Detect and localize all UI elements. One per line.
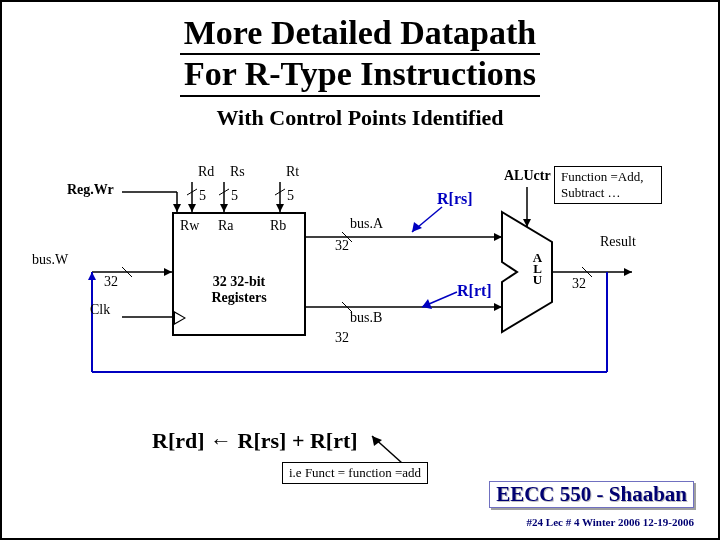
- title-block: More Detailed Datapath For R-Type Instru…: [2, 2, 718, 97]
- busa-label: bus.A: [350, 216, 383, 232]
- busb-label: bus.B: [350, 310, 382, 326]
- clock-triangle-icon: [174, 311, 186, 325]
- svg-marker-20: [494, 303, 502, 311]
- ra-label: Ra: [218, 218, 234, 234]
- rrs-label: R[rs]: [437, 190, 473, 208]
- five-rd: 5: [199, 188, 206, 204]
- rd-label: Rd: [198, 164, 214, 180]
- datapath-diagram: Reg.Wr Rd Rs Rt 5 5 5 Rw Ra Rb 32 32-bit…: [62, 172, 662, 432]
- regfile-text: 32 32-bit Registers: [174, 274, 304, 306]
- aluctr-label: ALUctr: [504, 168, 551, 184]
- rt-label: Rt: [286, 164, 299, 180]
- svg-marker-31: [88, 272, 96, 280]
- svg-marker-1: [188, 204, 196, 212]
- five-rt: 5: [287, 188, 294, 204]
- busa-32: 32: [335, 238, 349, 254]
- title-line2: For R-Type Instructions: [180, 55, 540, 96]
- result-32: 32: [572, 276, 586, 292]
- title-line1: More Detailed Datapath: [180, 14, 541, 55]
- rb-label: Rb: [270, 218, 286, 234]
- svg-marker-5: [276, 204, 284, 212]
- slide: More Detailed Datapath For R-Type Instru…: [0, 0, 720, 540]
- aluctr-note: Function =Add, Subtract …: [554, 166, 662, 204]
- equation: R[rd] ← R[rs] + R[rt]: [152, 428, 358, 454]
- five-rs: 5: [231, 188, 238, 204]
- svg-marker-13: [164, 268, 172, 276]
- footer-info: #24 Lec # 4 Winter 2006 12-19-2006: [527, 516, 694, 528]
- rs-label: Rs: [230, 164, 245, 180]
- busb-32: 32: [335, 330, 349, 346]
- alu-label: ALU: [529, 250, 545, 283]
- rrt-label: R[rt]: [457, 282, 492, 300]
- busw-32: 32: [104, 274, 118, 290]
- svg-marker-26: [624, 268, 632, 276]
- svg-marker-17: [494, 233, 502, 241]
- wiring: [62, 172, 662, 432]
- result-label: Result: [600, 234, 636, 250]
- rw-label: Rw: [180, 218, 199, 234]
- svg-marker-33: [412, 222, 422, 232]
- busw-label: bus.W: [32, 252, 68, 268]
- svg-marker-11: [173, 204, 181, 212]
- register-file: Rw Ra Rb 32 32-bit Registers: [172, 212, 306, 336]
- funct-note: i.e Funct = function =add: [282, 462, 428, 484]
- regwr-label: Reg.Wr: [67, 182, 114, 198]
- clk-label: Clk: [90, 302, 110, 318]
- svg-marker-3: [220, 204, 228, 212]
- subtitle: With Control Points Identified: [2, 105, 718, 131]
- footer-course: EECC 550 - Shaaban: [489, 481, 694, 508]
